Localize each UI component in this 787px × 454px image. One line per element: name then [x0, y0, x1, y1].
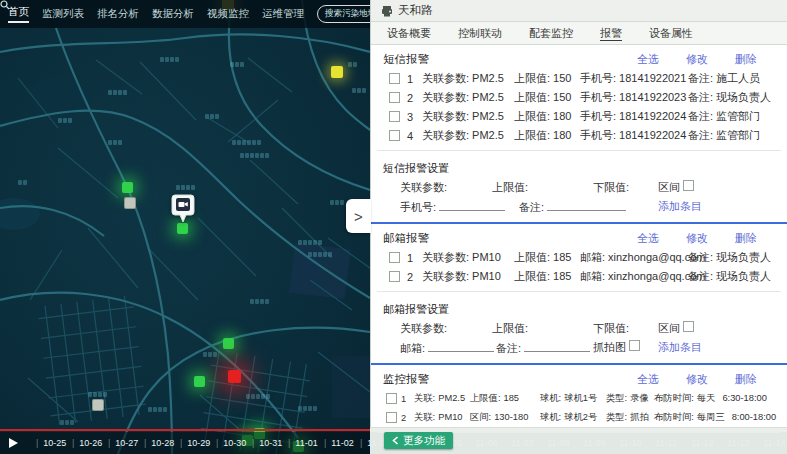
timeline-date-label: 11-01 [295, 438, 317, 448]
map-region[interactable]: 首页监测列表排名分析数据分析视频监控运维管理 搜索污染地址 [0, 0, 370, 454]
tab-5[interactable]: 设备属性 [649, 26, 693, 41]
more-functions-button[interactable]: 更多功能 [384, 432, 453, 449]
phone-label: 手机号: [580, 72, 616, 84]
snapshot-checkbox[interactable] [629, 340, 640, 351]
timeline-date[interactable]: |11-02 [324, 438, 360, 448]
camera-value: 球机1号 [564, 393, 597, 403]
device-marker-warning[interactable] [331, 66, 343, 78]
phone-cell: 手机号:18141922024 [580, 128, 688, 143]
timeline-date[interactable]: |10-25 [36, 438, 72, 448]
sms-add-entry-link[interactable]: 添加条目 [658, 199, 702, 214]
nav-item-3[interactable]: 排名分析 [97, 7, 139, 21]
sms-modify-link[interactable]: 修改 [686, 52, 708, 67]
param-label: 关联参数: [422, 251, 469, 263]
tab-4[interactable]: 报警 [600, 26, 622, 41]
timeline-date[interactable]: |10-29 [180, 438, 216, 448]
lower-label: 下限值: [593, 181, 629, 193]
upper-label: 上限值: [492, 322, 528, 334]
note-label: 备注: [688, 110, 713, 122]
map-street-label [18, 180, 27, 185]
param-label: 关联参数: [400, 322, 447, 334]
timeline-date[interactable]: |11-01 [288, 438, 324, 448]
timeline-date[interactable]: |10-26 [72, 438, 108, 448]
email-modify-link[interactable]: 修改 [686, 231, 708, 246]
note-cell: 备注:监管部门 [688, 128, 760, 143]
device-marker-normal[interactable] [194, 376, 205, 387]
phone-value: 18141922024 [619, 110, 686, 122]
map-street-label [298, 240, 322, 245]
range-checkbox[interactable] [683, 180, 694, 191]
note-cell: 备注:现场负责人 [688, 90, 771, 105]
note-label: 备注: [688, 72, 713, 84]
nav-item-2[interactable]: 监测列表 [42, 7, 84, 21]
panel-collapse-button[interactable]: > [346, 199, 371, 233]
monitor-delete-link[interactable]: 删除 [735, 372, 757, 387]
limit-cell: 上限值:185 [470, 392, 540, 405]
email-row-checkbox[interactable] [389, 271, 400, 282]
email-section-header: 邮箱报警 全选 修改 删除 [371, 224, 787, 248]
sms-row-checkbox[interactable] [389, 73, 400, 84]
timeline-separator: | [252, 438, 254, 448]
limit-cell: 上限值:185 [514, 269, 580, 284]
timeline-date[interactable]: |10-31 [252, 438, 288, 448]
timeline-date-label: 10-27 [115, 438, 138, 448]
phone-label: 手机号: [580, 129, 616, 141]
device-marker-normal[interactable] [177, 223, 188, 234]
device-marker-offline[interactable] [124, 197, 136, 209]
email-select-all-link[interactable]: 全选 [637, 231, 659, 246]
note-value: 现场负责人 [716, 251, 771, 263]
device-marker-offline[interactable] [92, 399, 104, 411]
monitor-section-title: 监控报警 [383, 372, 429, 387]
email-address-input[interactable] [428, 340, 494, 352]
map-street-label [232, 140, 261, 145]
timeline-separator: | [72, 438, 74, 448]
timeline-date-label: 10-28 [151, 438, 174, 448]
nav-item-5[interactable]: 视频监控 [207, 7, 249, 21]
email-row-checkbox[interactable] [389, 252, 400, 263]
range-checkbox[interactable] [683, 321, 694, 332]
tab-items: 设备概要控制联动配套监控报警设备属性 [387, 26, 720, 41]
sms-note-input[interactable] [547, 199, 626, 211]
sms-row-checkbox[interactable] [389, 130, 400, 141]
device-marker-normal[interactable] [122, 182, 133, 193]
tab-3[interactable]: 配套监控 [529, 26, 573, 41]
email-note-input[interactable] [524, 340, 590, 352]
sms-select-all-link[interactable]: 全选 [637, 52, 659, 67]
limit-value: 180 [553, 110, 571, 122]
sms-delete-link[interactable]: 删除 [735, 52, 757, 67]
lower-label: 下限值: [593, 322, 629, 334]
timeline-date[interactable]: |10-30 [216, 438, 252, 448]
sms-row-checkbox[interactable] [389, 92, 400, 103]
limit-label: 区间: [470, 412, 491, 422]
tab-1[interactable]: 设备概要 [387, 26, 431, 41]
monitor-modify-link[interactable]: 修改 [686, 372, 708, 387]
timeline-date-label: 11-02 [331, 438, 353, 448]
monitor-rows: 1关联:PM2.5上限值:185球机:球机1号类型:录像布防时间:每天6:30-… [371, 389, 787, 427]
device-marker-alarm[interactable] [228, 370, 241, 383]
timeline-date[interactable]: |10-27 [108, 438, 144, 448]
tab-2[interactable]: 控制联动 [458, 26, 502, 41]
map-street-label [88, 392, 107, 397]
device-marker-normal[interactable] [223, 338, 234, 349]
timeline-separator: | [108, 438, 110, 448]
sms-row-checkbox[interactable] [389, 111, 400, 122]
monitor-select-all-link[interactable]: 全选 [637, 372, 659, 387]
monitor-row-checkbox[interactable] [386, 393, 397, 404]
nav-item-1[interactable]: 首页 [8, 5, 29, 23]
limit-cell: 上限值:150 [514, 90, 580, 105]
sms-alarm-row: 1关联参数:PM2.5上限值:150手机号:18141922021备注:施工人员 [371, 69, 787, 88]
timeline-date[interactable]: |10-28 [144, 438, 180, 448]
email-delete-link[interactable]: 删除 [735, 231, 757, 246]
time-cell: 布防时间:每天6:30-18:00 [654, 392, 767, 405]
phone-label: 手机号: [580, 91, 616, 103]
sms-phone-input[interactable] [439, 199, 505, 211]
nav-item-4[interactable]: 数据分析 [152, 7, 194, 21]
limit-label: 上限值: [514, 129, 550, 141]
device-icon [381, 5, 393, 17]
nav-item-6[interactable]: 运维管理 [262, 7, 304, 21]
search-icon [0, 0, 10, 10]
search-box[interactable]: 搜索污染地址 [317, 5, 370, 23]
play-icon[interactable] [9, 438, 18, 448]
monitor-row-checkbox[interactable] [386, 412, 397, 423]
email-add-entry-link[interactable]: 添加条目 [658, 340, 702, 355]
